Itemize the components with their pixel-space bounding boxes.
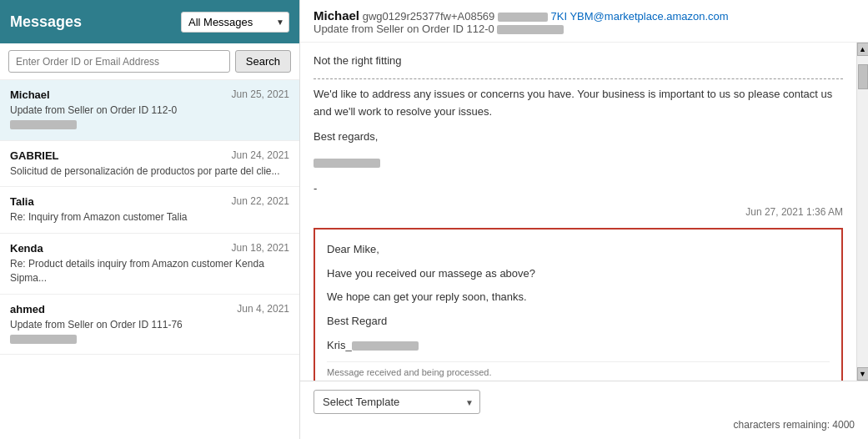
message-signature — [314, 154, 843, 172]
message-item-header: Michael Jun 25, 2021 — [10, 88, 289, 101]
message-sender: Michael — [10, 88, 50, 101]
reply-box: Dear Mike, Have you received our massege… — [314, 228, 843, 381]
thread-subject: Update from Seller on Order ID 112-0 — [314, 23, 855, 35]
list-item[interactable]: Michael Jun 25, 2021 Update from Seller … — [0, 80, 299, 141]
right-panel: Michael gwg0129r25377fw+A08569 7KI YBM@m… — [300, 0, 868, 439]
template-row: Select Template — [314, 390, 855, 414]
message-best-regards: Best regards, — [314, 129, 843, 146]
message-timestamp: Jun 27, 2021 1:36 AM — [314, 206, 843, 221]
search-input[interactable] — [8, 50, 230, 73]
message-list: Michael Jun 25, 2021 Update from Seller … — [0, 80, 299, 439]
message-date: Jun 24, 2021 — [232, 149, 289, 162]
contact-email: 7KI YBM@marketplace.amazon.com — [551, 10, 729, 23]
messages-title: Messages — [10, 13, 82, 31]
message-body-main: We'd like to address any issues or conce… — [314, 86, 843, 121]
chars-remaining: characters remaining: 4000 — [314, 419, 855, 431]
contact-id: gwg0129r25377fw+A08569 — [363, 10, 548, 23]
content-scroll-area: Not the right fitting We'd like to addre… — [300, 43, 868, 381]
divider — [314, 78, 843, 79]
message-item-header: ahmed Jun 4, 2021 — [10, 303, 289, 315]
reply-signature: Kris_ — [327, 337, 830, 355]
list-item[interactable]: Kenda Jun 18, 2021 Re: Product details i… — [0, 234, 299, 295]
left-header: Messages All Messages — [0, 0, 299, 43]
reply-line2: We hope can get your reply soon, thanks. — [327, 289, 830, 306]
message-date: Jun 22, 2021 — [232, 195, 289, 208]
reply-best-regard: Best Regard — [327, 313, 830, 331]
scroll-thumb[interactable] — [858, 64, 868, 89]
message-item-header: Talia Jun 22, 2021 — [10, 195, 289, 208]
message-content: Not the right fitting We'd like to addre… — [300, 43, 856, 381]
message-sender: GABRIEL — [10, 149, 59, 162]
scroll-up-button[interactable]: ▲ — [857, 43, 869, 56]
search-button[interactable]: Search — [235, 50, 291, 73]
template-select-wrapper[interactable]: Select Template — [314, 390, 480, 414]
template-select[interactable]: Select Template — [314, 390, 480, 414]
message-date: Jun 25, 2021 — [232, 88, 289, 101]
message-item-header: GABRIEL Jun 24, 2021 — [10, 149, 289, 162]
message-preview: Re: Inquiry from Amazon customer Talia — [10, 210, 289, 225]
search-area: Search — [0, 43, 299, 80]
right-scrollbar[interactable]: ▲ ▼ — [856, 43, 868, 381]
reply-greeting: Dear Mike, — [327, 241, 830, 259]
list-item[interactable]: ahmed Jun 4, 2021 Update from Seller on … — [0, 295, 299, 356]
right-header: Michael gwg0129r25377fw+A08569 7KI YBM@m… — [300, 0, 868, 43]
message-date: Jun 4, 2021 — [237, 303, 289, 315]
message-item-header: Kenda Jun 18, 2021 — [10, 242, 289, 255]
scroll-down-button[interactable]: ▼ — [857, 367, 869, 381]
message-date: Jun 18, 2021 — [232, 242, 289, 255]
message-sender: ahmed — [10, 303, 45, 315]
message-body-not-right-fitting: Not the right fitting — [314, 53, 843, 70]
filter-select[interactable]: All Messages — [181, 12, 289, 33]
bottom-area: Select Template characters remaining: 40… — [300, 381, 868, 439]
contact-name: Michael — [314, 8, 359, 23]
list-item[interactable]: Talia Jun 22, 2021 Re: Inquiry from Amaz… — [0, 187, 299, 234]
message-preview: Solicitud de personalización de producto… — [10, 164, 289, 179]
message-sender: Kenda — [10, 242, 43, 255]
header-name-line: Michael gwg0129r25377fw+A08569 7KI YBM@m… — [314, 8, 855, 23]
filter-select-wrapper[interactable]: All Messages — [181, 12, 289, 33]
message-preview: Update from Seller on Order ID 112-0 — [10, 103, 289, 132]
reply-footer: Message received and being processed. — [327, 361, 830, 377]
list-item[interactable]: GABRIEL Jun 24, 2021 Solicitud de person… — [0, 141, 299, 188]
message-sender: Talia — [10, 195, 34, 208]
message-preview: Re: Product details inquiry from Amazon … — [10, 257, 289, 285]
message-dash: - — [314, 180, 843, 198]
scroll-track — [857, 56, 869, 367]
message-preview: Update from Seller on Order ID 111-76 — [10, 318, 289, 346]
reply-line1: Have you received our massege as above? — [327, 265, 830, 283]
left-panel: Messages All Messages Search Michael Jun… — [0, 0, 300, 439]
